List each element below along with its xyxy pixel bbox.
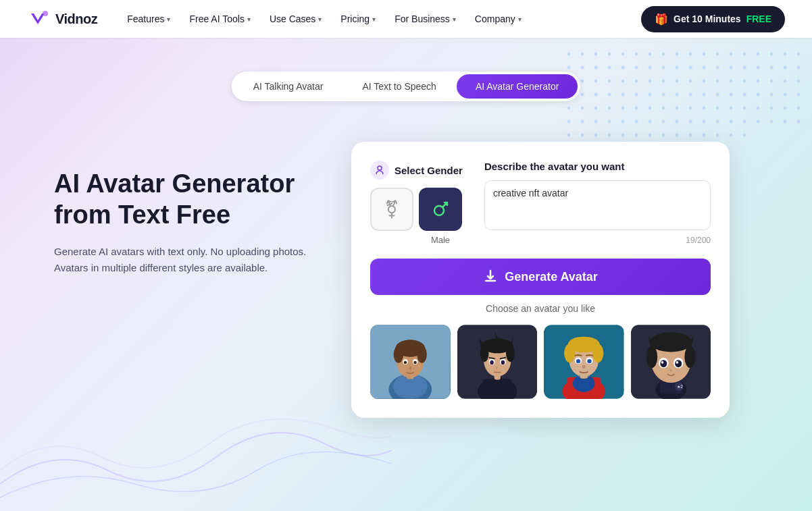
gender-section: Select Gender ⚧ <box>370 161 463 245</box>
svg-point-27 <box>490 360 493 365</box>
nav-company[interactable]: Company ▾ <box>467 8 530 30</box>
chevron-down-icon: ▾ <box>247 16 251 23</box>
chevron-down-icon: ▾ <box>372 16 376 23</box>
female-symbol: ⚧ <box>384 199 399 220</box>
gender-female-btn[interactable]: ⚧ <box>370 188 413 245</box>
download-icon <box>483 269 498 284</box>
avatar-item[interactable]: ★2 <box>631 325 711 399</box>
svg-point-52 <box>646 346 657 368</box>
svg-point-24 <box>506 344 515 362</box>
svg-point-56 <box>660 360 667 367</box>
svg-point-51 <box>650 332 692 352</box>
gender-male-btn[interactable]: Male <box>419 188 462 245</box>
person-icon <box>370 161 389 180</box>
avatar-grid: ★2 <box>370 325 711 399</box>
nav-for-business[interactable]: For Business ▾ <box>386 8 464 30</box>
avatar-comic <box>544 325 624 399</box>
choose-avatar-text: Choose an avatar you like <box>370 303 711 314</box>
svg-point-23 <box>480 344 488 362</box>
svg-point-14 <box>404 361 407 365</box>
nav-free-ai-tools[interactable]: Free AI Tools ▾ <box>181 8 258 30</box>
generate-avatar-button[interactable]: Generate Avatar <box>370 259 711 295</box>
hero-description: Generate AI avatars with text only. No u… <box>54 244 311 276</box>
chevron-down-icon: ▾ <box>167 16 170 23</box>
tab-ai-talking-avatar[interactable]: AI Talking Avatar <box>234 74 342 99</box>
male-label: Male <box>419 235 462 245</box>
char-count: 19/200 <box>484 236 711 245</box>
gender-options: ⚧ Male <box>370 188 463 245</box>
logo[interactable]: Vidnoz <box>27 7 97 31</box>
avatar-chibi: ★2 <box>631 325 711 399</box>
nav-use-cases[interactable]: Use Cases ▾ <box>261 8 330 30</box>
describe-textarea[interactable]: creative nft avatar <box>484 180 711 230</box>
svg-point-16 <box>409 366 411 369</box>
svg-point-58 <box>661 361 663 364</box>
svg-point-60 <box>669 369 671 372</box>
gift-icon: 🎁 <box>655 13 668 26</box>
tab-bar: AI Talking Avatar AI Text to Speech AI A… <box>232 72 581 101</box>
svg-point-45 <box>587 359 591 363</box>
male-gender-button[interactable] <box>419 188 462 231</box>
svg-point-15 <box>413 361 417 365</box>
svg-point-53 <box>684 346 695 368</box>
svg-point-59 <box>676 361 678 364</box>
svg-point-44 <box>576 359 580 363</box>
hero-title: AI Avatar Generator from Text Free <box>54 169 311 230</box>
tab-ai-avatar-generator[interactable]: AI Avatar Generator <box>457 74 578 99</box>
svg-point-46 <box>582 365 586 369</box>
svg-point-28 <box>501 360 504 365</box>
chevron-down-icon: ▾ <box>453 16 456 23</box>
nav-pricing[interactable]: Pricing ▾ <box>332 8 384 30</box>
svg-text:★2: ★2 <box>677 384 683 389</box>
logo-text: Vidnoz <box>55 11 97 27</box>
chevron-down-icon: ▾ <box>518 16 522 23</box>
nav-links: Features ▾ Free AI Tools ▾ Use Cases ▾ P… <box>119 8 641 30</box>
card-top-row: Select Gender ⚧ <box>370 161 711 245</box>
avatar-anime <box>457 325 538 399</box>
hero-text: AI Avatar Generator from Text Free Gener… <box>54 142 311 276</box>
avatar-realistic <box>370 325 451 399</box>
svg-point-1 <box>43 11 48 16</box>
svg-point-2 <box>378 166 382 170</box>
describe-header: Describe the avatar you want <box>484 161 711 172</box>
tab-ai-text-to-speech[interactable]: AI Text to Speech <box>343 74 455 99</box>
avatar-item[interactable] <box>544 325 624 399</box>
svg-point-40 <box>564 344 575 362</box>
avatar-generator-card: Select Gender ⚧ <box>351 142 730 418</box>
gender-header: Select Gender <box>370 161 463 180</box>
female-gender-button[interactable]: ⚧ <box>370 188 413 231</box>
cta-button[interactable]: 🎁 Get 10 Minutes FREE <box>641 6 785 32</box>
svg-rect-19 <box>483 379 511 398</box>
chevron-down-icon: ▾ <box>318 16 322 23</box>
logo-icon <box>27 7 51 31</box>
svg-point-41 <box>592 344 603 362</box>
navbar: Vidnoz Features ▾ Free AI Tools ▾ Use Ca… <box>0 0 812 38</box>
nav-features[interactable]: Features ▾ <box>119 8 178 30</box>
svg-point-11 <box>417 346 427 363</box>
main-content: AI Talking Avatar AI Text to Speech AI A… <box>0 38 812 418</box>
avatar-item[interactable] <box>457 325 538 399</box>
svg-point-57 <box>675 360 682 367</box>
male-symbol-icon <box>430 198 451 220</box>
hero-section: AI Avatar Generator from Text Free Gener… <box>0 101 812 418</box>
svg-point-10 <box>394 346 404 363</box>
avatar-item[interactable] <box>370 325 451 399</box>
describe-section: Describe the avatar you want creative nf… <box>484 161 711 245</box>
